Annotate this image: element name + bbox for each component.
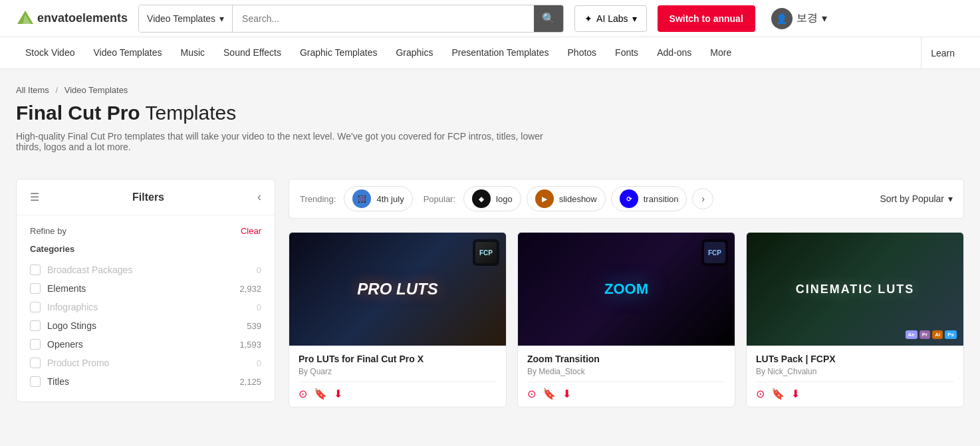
nav-item-fonts[interactable]: Fonts bbox=[606, 37, 648, 69]
category-checkbox-infographics[interactable] bbox=[30, 302, 41, 312]
category-name-logo-stings: Logo Stings bbox=[47, 320, 96, 331]
product-grid: PRO LUTS FCP Pro LUTs for Final Cut Pro … bbox=[289, 232, 964, 407]
nav-item-video-templates[interactable]: Video Templates bbox=[84, 37, 171, 69]
product-actions-proluts: ⊙ 🔖 ⬇ bbox=[299, 382, 497, 400]
download-icon-proluts[interactable]: ⬇ bbox=[334, 388, 342, 400]
nav-item-presentation-templates[interactable]: Presentation Templates bbox=[442, 37, 558, 69]
trend-pill-4th-july[interactable]: 🎆 4th july bbox=[344, 186, 412, 211]
trend-pill-transition[interactable]: ⟳ transition bbox=[611, 186, 687, 211]
logo[interactable]: envatoelements bbox=[16, 9, 128, 28]
nav-item-graphics[interactable]: Graphics bbox=[386, 37, 442, 69]
category-item-logo-stings: Logo Stings 539 bbox=[30, 316, 261, 335]
search-button[interactable]: 🔍 bbox=[534, 5, 563, 32]
nav-item-graphic-templates[interactable]: Graphic Templates bbox=[291, 37, 386, 69]
ai-labs-button[interactable]: ✦ AI Labs ▾ bbox=[574, 5, 646, 32]
nav-item-more[interactable]: More bbox=[701, 37, 741, 69]
page-title: Final Cut Pro Templates bbox=[16, 102, 964, 124]
trend-pill-slideshow[interactable]: ▶ slideshow bbox=[527, 186, 606, 211]
nav-item-photos[interactable]: Photos bbox=[558, 37, 606, 69]
ps-logo: Ps bbox=[945, 330, 957, 339]
product-thumb-zoom-transition: ZOOM FCP bbox=[518, 233, 735, 346]
preview-icon-luts-pack[interactable]: ⊙ bbox=[756, 388, 765, 400]
page-title-rest: Templates bbox=[140, 102, 237, 124]
category-checkbox-logo-stings[interactable] bbox=[30, 320, 41, 331]
category-name-product-promo: Product Promo bbox=[47, 358, 109, 368]
fcp-logo: FCP bbox=[475, 242, 497, 263]
page-description: High-quality Final Cut Pro templates tha… bbox=[16, 131, 548, 152]
download-icon-luts-pack[interactable]: ⬇ bbox=[791, 388, 800, 400]
category-item-openers: Openers 1,593 bbox=[30, 335, 261, 354]
fcp-logo-zoom: FCP bbox=[704, 242, 725, 263]
trend-thumb-logo: ◆ bbox=[472, 189, 491, 208]
breadcrumb-all-items[interactable]: All Items bbox=[16, 85, 49, 95]
preview-icon-proluts[interactable]: ⊙ bbox=[299, 388, 307, 400]
breadcrumb-video-templates[interactable]: Video Templates bbox=[64, 85, 128, 95]
content-area: Trending: 🎆 4th july Popular: ◆ logo ▶ s… bbox=[275, 179, 964, 407]
bookmark-icon-luts-pack[interactable]: 🔖 bbox=[771, 388, 785, 400]
nav-item-learn[interactable]: Learn bbox=[921, 37, 964, 69]
category-checkbox-titles[interactable] bbox=[30, 376, 41, 387]
breadcrumb-separator: / bbox=[55, 85, 58, 95]
category-item-broadcast-packages: Broadcast Packages 0 bbox=[30, 261, 261, 279]
avatar: 👤 bbox=[771, 8, 793, 29]
trend-text-4th-july: 4th july bbox=[376, 194, 404, 204]
switch-to-annual-button[interactable]: Switch to annual bbox=[658, 5, 755, 32]
chevron-down-icon: ▾ bbox=[219, 13, 224, 24]
ai-logo: Ai bbox=[932, 330, 943, 339]
category-count-elements: 2,932 bbox=[239, 284, 261, 294]
product-thumb-luts-pack: CINEMATIC LUTS Ae Pr Ai Ps bbox=[747, 233, 963, 346]
filters-sidebar: ☰ Filters ‹ Refine by Clear Categories B… bbox=[16, 179, 275, 402]
trending-bar: Trending: 🎆 4th july Popular: ◆ logo ▶ s… bbox=[289, 179, 964, 219]
category-checkbox-openers[interactable] bbox=[30, 339, 41, 350]
breadcrumb: All Items / Video Templates bbox=[16, 85, 964, 95]
search-input[interactable] bbox=[233, 5, 534, 32]
trend-pill-logo[interactable]: ◆ logo bbox=[463, 186, 521, 211]
product-info-zoom: Zoom Transition By Media_Stock ⊙ 🔖 ⬇ bbox=[518, 346, 735, 407]
product-info-proluts: Pro LUTs for Final Cut Pro X By Quarz ⊙ … bbox=[289, 346, 506, 407]
category-item-product-promo: Product Promo 0 bbox=[30, 354, 261, 372]
bookmark-icon-proluts[interactable]: 🔖 bbox=[314, 388, 327, 400]
trend-nav-next-button[interactable]: › bbox=[692, 188, 713, 209]
chevron-down-icon: ▾ bbox=[632, 13, 637, 24]
category-name-openers: Openers bbox=[47, 339, 83, 350]
filters-icon: ☰ bbox=[30, 191, 39, 203]
pr-logo: Pr bbox=[919, 330, 930, 339]
search-category-dropdown[interactable]: Video Templates ▾ bbox=[139, 5, 233, 32]
clear-filters-button[interactable]: Clear bbox=[241, 226, 261, 236]
collapse-sidebar-button[interactable]: ‹ bbox=[257, 190, 261, 204]
filters-title: Filters bbox=[132, 191, 164, 203]
nav-item-music[interactable]: Music bbox=[171, 37, 214, 69]
nav-item-stock-video[interactable]: Stock Video bbox=[16, 37, 84, 69]
nav-item-add-ons[interactable]: Add-ons bbox=[648, 37, 701, 69]
proluts-title-text: PRO LUTS bbox=[357, 280, 437, 298]
cinematic-title-text: CINEMATIC LUTS bbox=[796, 282, 915, 296]
trend-thumb-4th-july: 🎆 bbox=[352, 189, 371, 208]
user-menu-button[interactable]: 👤 보경 ▾ bbox=[766, 8, 832, 29]
sort-by-button[interactable]: Sort by Popular ▾ bbox=[880, 193, 953, 204]
category-checkbox-product-promo[interactable] bbox=[30, 358, 41, 368]
product-info-luts-pack: LUTs Pack | FCPX By Nick_Chvalun ⊙ 🔖 ⬇ bbox=[747, 346, 963, 407]
popular-label: Popular: bbox=[424, 194, 455, 204]
product-card-luts-pack: CINEMATIC LUTS Ae Pr Ai Ps LUTs Pack | F… bbox=[746, 232, 964, 407]
ae-logo: Ae bbox=[906, 330, 918, 339]
main-navigation: Stock Video Video Templates Music Sound … bbox=[0, 37, 980, 69]
trend-thumb-transition: ⟳ bbox=[620, 189, 638, 208]
category-count-broadcast-packages: 0 bbox=[257, 265, 261, 275]
zoom-title-text: ZOOM bbox=[604, 280, 648, 298]
product-name-luts-pack: LUTs Pack | FCPX bbox=[756, 354, 954, 364]
product-actions-luts-pack: ⊙ 🔖 ⬇ bbox=[756, 382, 954, 400]
category-checkbox-elements[interactable] bbox=[30, 283, 41, 294]
fcp-badge: FCP bbox=[473, 239, 499, 266]
fcp-badge-zoom: FCP bbox=[701, 239, 728, 266]
main-layout: ☰ Filters ‹ Refine by Clear Categories B… bbox=[0, 166, 980, 421]
preview-icon-zoom[interactable]: ⊙ bbox=[527, 388, 536, 400]
category-name-titles: Titles bbox=[47, 376, 69, 387]
download-icon-zoom[interactable]: ⬇ bbox=[562, 388, 571, 400]
nav-item-sound-effects[interactable]: Sound Effects bbox=[214, 37, 291, 69]
product-author-zoom: By Media_Stock bbox=[527, 367, 725, 376]
product-author-proluts: By Quarz bbox=[299, 367, 497, 376]
chevron-down-icon: ▾ bbox=[948, 193, 953, 204]
chevron-down-icon: ▾ bbox=[822, 12, 827, 25]
bookmark-icon-zoom[interactable]: 🔖 bbox=[543, 388, 556, 400]
category-checkbox-broadcast-packages[interactable] bbox=[30, 265, 41, 275]
